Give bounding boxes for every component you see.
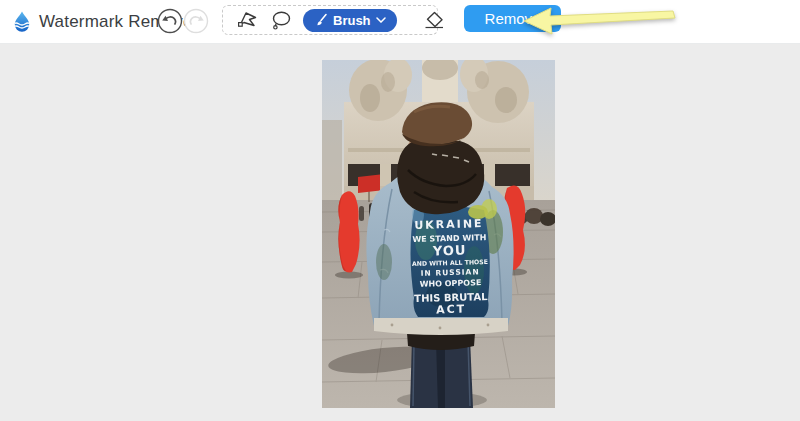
svg-text:YOU: YOU	[432, 243, 467, 259]
brush-tool-button[interactable]: Brush	[303, 9, 397, 32]
redo-arrow-icon	[183, 8, 209, 34]
paintbrush-icon	[314, 13, 328, 27]
redo-button[interactable]	[183, 8, 209, 34]
lasso-icon	[270, 9, 292, 31]
photo-being-edited[interactable]: UKRAINE WE STAND WITH YOU AND WITH ALL T…	[322, 60, 555, 408]
svg-text:ACT: ACT	[436, 303, 466, 317]
lasso-tool-button[interactable]	[270, 9, 292, 31]
eraser-tool-button[interactable]	[422, 8, 446, 32]
remove-button[interactable]: Remove	[464, 5, 561, 32]
svg-text:UKRAINE: UKRAINE	[414, 217, 484, 232]
selection-tool-group: Brush	[222, 5, 438, 35]
eraser-icon	[422, 8, 446, 32]
polygon-lasso-tool-button[interactable]	[236, 9, 258, 31]
svg-text:WHO OPPOSE: WHO OPPOSE	[420, 278, 482, 289]
toolbar: Watermark Remover	[0, 0, 800, 44]
brush-button-label: Brush	[333, 13, 371, 28]
editor-canvas[interactable]: UKRAINE WE STAND WITH YOU AND WITH ALL T…	[0, 44, 800, 421]
watermark-remover-logo-icon	[10, 10, 34, 34]
undo-arrow-icon	[157, 8, 183, 34]
undo-button[interactable]	[157, 8, 183, 34]
chevron-down-icon	[376, 17, 386, 23]
svg-text:IN RUSSIAN: IN RUSSIAN	[421, 267, 480, 278]
polygon-lasso-icon	[236, 9, 258, 31]
